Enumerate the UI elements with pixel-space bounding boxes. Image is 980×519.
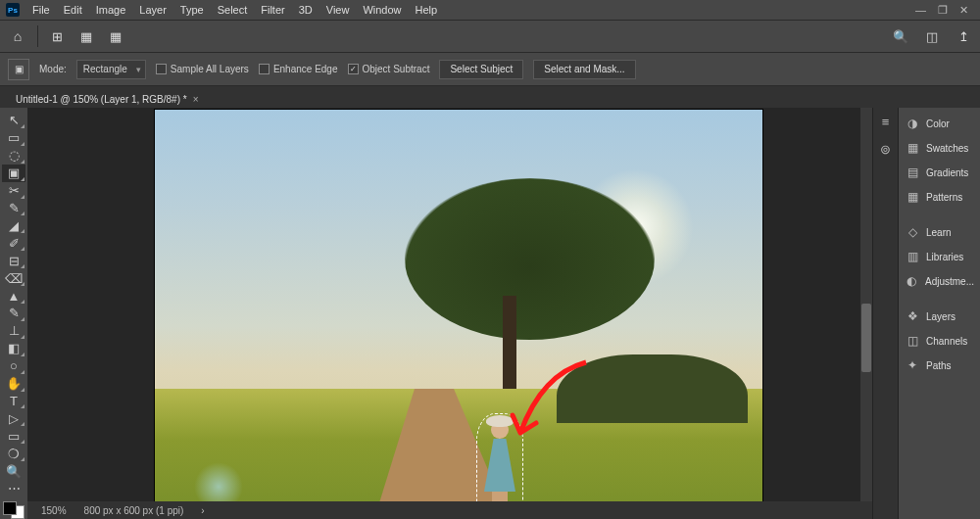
crop-tool[interactable]: ✂ [2,182,25,200]
gradient-tool[interactable]: ⊥ [2,322,25,340]
color-icon: ◑ [905,116,920,131]
minimize-icon[interactable]: — [915,4,926,17]
menu-help[interactable]: Help [409,0,445,20]
healing-tool[interactable]: ✐ [2,234,25,252]
marquee-tool[interactable]: ▭ [2,129,25,147]
menu-edit[interactable]: Edit [57,0,89,20]
document-tabs: Untitled-1 @ 150% (Layer 1, RGB/8#) * × [0,86,980,108]
status-bar: 150% 800 px x 600 px (1 ppi) › [27,501,872,519]
menu-file[interactable]: File [25,0,57,20]
paths-icon: ✦ [905,357,920,373]
lasso-tool[interactable]: ◌ [2,147,25,165]
menubar: Ps File Edit Image Layer Type Select Fil… [0,0,980,20]
active-tool-icon[interactable]: ▣ [8,59,29,80]
panel-layers[interactable]: ❖Layers [901,305,978,328]
clone-tool[interactable]: ⌫ [2,269,25,287]
rail-icon-2[interactable]: ⊚ [876,139,896,159]
eraser-tool[interactable]: ✎ [2,305,25,322]
workspace-icon[interactable]: ◫ [921,25,943,47]
swatches-icon: ▦ [905,140,920,156]
collapsed-panels: ≡ ⊚ [872,108,898,519]
vertical-scrollbar[interactable] [860,108,872,501]
panel-channels[interactable]: ◫Channels [901,329,978,353]
status-chevron-icon[interactable]: › [201,505,204,516]
panel-color[interactable]: ◑Color [901,112,978,135]
zoom-level[interactable]: 150% [41,505,67,516]
panel-swatches[interactable]: ▦Swatches [901,136,978,160]
color-swatches[interactable] [3,501,24,519]
menu-image[interactable]: Image [89,0,133,20]
panel-libraries[interactable]: ▥Libraries [901,245,978,268]
menu-select[interactable]: Select [211,0,255,20]
enhance-edge-checkbox[interactable]: Enhance Edge [259,64,338,74]
patterns-icon: ▦ [905,189,920,205]
menu-view[interactable]: View [319,0,357,20]
more-tools[interactable]: ⋯ [2,480,25,497]
options-bar: ▣ Mode: Rectangle Sample All Layers Enha… [0,53,980,86]
home-toolbar: ⌂ ⊞ ▦ ▦ 🔍 ◫ ↥ [0,20,980,53]
menu-window[interactable]: Window [356,0,408,20]
blur-tool[interactable]: ◧ [2,340,25,357]
move-tool[interactable]: ↖ [2,112,25,129]
share-icon[interactable]: ↥ [953,25,974,47]
libraries-icon: ▥ [905,249,920,264]
sample-all-layers-checkbox[interactable]: Sample All Layers [156,64,249,74]
scrollbar-thumb[interactable] [861,304,871,372]
search-icon[interactable]: 🔍 [890,25,911,47]
select-and-mask-button[interactable]: Select and Mask... [533,60,635,79]
object-subtract-checkbox[interactable]: ✓Object Subtract [348,64,430,74]
menu-filter[interactable]: Filter [254,0,291,20]
panel-gradients[interactable]: ▤Gradients [901,161,978,184]
type-tool[interactable]: T [2,393,25,410]
homebar-icon-1[interactable]: ⊞ [46,25,68,47]
zoom-tool[interactable]: 🔍 [2,462,25,480]
object-selection-tool[interactable]: ▣ [2,165,25,182]
homebar-icon-2[interactable]: ▦ [75,25,97,47]
app-icon: Ps [6,3,20,17]
homebar-icon-3[interactable]: ▦ [105,25,126,47]
brush-tool[interactable]: ⊟ [2,252,25,269]
tool-palette: ↖ ▭ ◌ ▣ ✂ ✎ ◢ ✐ ⊟ ⌫ ▲ ✎ ⊥ ◧ ○ ✋ T ▷ ▭ ❍ … [0,108,27,519]
close-tab-icon[interactable]: × [193,94,199,105]
frame-tool[interactable]: ✎ [2,200,25,217]
document-tab-title: Untitled-1 @ 150% (Layer 1, RGB/8#) * [16,94,187,105]
document-tab[interactable]: Untitled-1 @ 150% (Layer 1, RGB/8#) * × [6,90,209,108]
restore-icon[interactable]: ❐ [938,4,948,17]
home-icon[interactable]: ⌂ [6,24,29,48]
channels-icon: ◫ [905,333,920,349]
panel-learn[interactable]: ◇Learn [901,220,978,244]
hand-tool[interactable]: ❍ [2,445,25,462]
mode-select[interactable]: Rectangle [76,60,146,79]
select-subject-button[interactable]: Select Subject [439,60,523,79]
menu-layer[interactable]: Layer [132,0,173,20]
document-dimensions: 800 px x 600 px (1 ppi) [84,505,184,516]
gradients-icon: ▤ [905,165,920,180]
menu-3d[interactable]: 3D [292,0,319,20]
document-canvas[interactable] [155,110,762,519]
path-select-tool[interactable]: ▷ [2,409,25,427]
rail-icon-1[interactable]: ≡ [876,112,896,131]
dodge-tool[interactable]: ○ [2,357,25,375]
menu-type[interactable]: Type [173,0,211,20]
layers-icon: ❖ [905,308,920,324]
panel-adjustments[interactable]: ◐Adjustme... [901,269,978,293]
adjustments-icon: ◐ [905,273,919,289]
history-brush-tool[interactable]: ▲ [2,287,25,305]
canvas-area[interactable]: 150% 800 px x 600 px (1 ppi) › [27,108,872,519]
pen-tool[interactable]: ✋ [2,375,25,393]
panel-dock: ◑Color ▦Swatches ▤Gradients ▦Patterns ◇L… [898,108,980,519]
learn-icon: ◇ [905,224,920,240]
eyedropper-tool[interactable]: ◢ [2,216,25,234]
close-icon[interactable]: ✕ [959,4,968,17]
panel-patterns[interactable]: ▦Patterns [901,185,978,209]
panel-paths[interactable]: ✦Paths [901,354,978,377]
shape-tool[interactable]: ▭ [2,427,25,445]
mode-label: Mode: [39,64,67,74]
